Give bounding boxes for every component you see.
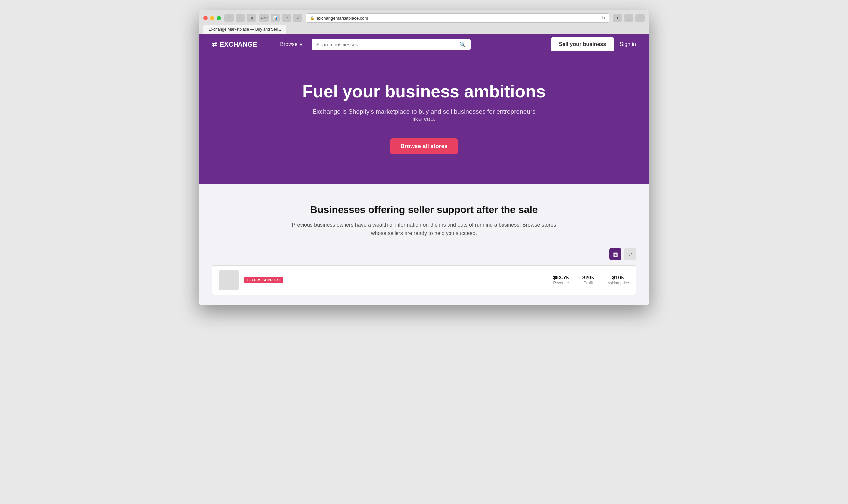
minimize-window-button[interactable] bbox=[210, 16, 214, 20]
sidebar-icon[interactable]: ⊡ bbox=[624, 14, 633, 21]
sell-button-label: Sell your business bbox=[559, 41, 606, 47]
stats-icon[interactable]: 📊 bbox=[271, 14, 280, 21]
new-tab-button[interactable]: + bbox=[635, 14, 644, 21]
active-tab[interactable]: Exchange Marketplace — Buy and Sell... bbox=[204, 25, 286, 34]
store-listing-preview: OFFERS SUPPORT $63.7k Revenue $20k Profi… bbox=[212, 265, 636, 295]
pocket-icon[interactable]: ✓ bbox=[293, 14, 302, 21]
browser-right-icons: ⬆ ⊡ + bbox=[613, 14, 644, 21]
view-toggle: ▦ ⤢ bbox=[212, 248, 636, 260]
logo[interactable]: ⇄ EXCHANGE bbox=[212, 41, 257, 48]
revenue-label: Revenue bbox=[553, 281, 569, 285]
search-bar: 🔍 bbox=[312, 39, 471, 50]
section-title: Businesses offering seller support after… bbox=[212, 204, 636, 215]
hero-subtitle: Exchange is Shopify's marketplace to buy… bbox=[308, 108, 540, 123]
nav-divider bbox=[268, 39, 268, 49]
browse-all-stores-button[interactable]: Browse all stores bbox=[390, 139, 458, 154]
section-subtitle: Previous business owners have a wealth o… bbox=[292, 220, 556, 237]
tab-label: Exchange Marketplace — Buy and Sell... bbox=[209, 27, 281, 32]
forward-button[interactable]: › bbox=[235, 14, 245, 21]
adblock-icon[interactable]: ABP bbox=[259, 14, 269, 21]
list-view-button[interactable]: ⤢ bbox=[624, 248, 636, 260]
offers-support-badge: OFFERS SUPPORT bbox=[244, 277, 283, 283]
list-icon: ⤢ bbox=[628, 251, 632, 257]
traffic-lights bbox=[204, 16, 221, 20]
extension-icon[interactable]: ⊙ bbox=[282, 14, 291, 21]
revenue-value: $63.7k bbox=[553, 275, 569, 281]
browse-button[interactable]: Browse ▾ bbox=[279, 39, 303, 50]
hero-title: Fuel your business ambitions bbox=[212, 82, 636, 101]
address-bar[interactable]: 🔒 exchangemarketplace.com ↻ bbox=[306, 13, 610, 22]
tab-bar: Exchange Marketplace — Buy and Sell... bbox=[204, 25, 644, 34]
store-thumbnail bbox=[219, 270, 239, 290]
profit-label: Profit bbox=[582, 281, 594, 285]
grid-icon: ▦ bbox=[613, 251, 618, 257]
share-icon[interactable]: ⬆ bbox=[613, 14, 622, 21]
asking-price-stat: $10k Asking price bbox=[607, 275, 629, 285]
refresh-icon[interactable]: ↻ bbox=[601, 15, 605, 20]
store-stats: $63.7k Revenue $20k Profit $10k Asking p… bbox=[553, 275, 629, 285]
search-input[interactable] bbox=[316, 42, 456, 47]
back-button[interactable]: ‹ bbox=[224, 14, 233, 21]
sign-in-button[interactable]: Sign in bbox=[620, 41, 636, 47]
profit-stat: $20k Profit bbox=[582, 275, 594, 285]
site-content: ⇄ EXCHANGE Browse ▾ 🔍 Sell your business… bbox=[199, 34, 649, 305]
maximize-window-button[interactable] bbox=[217, 16, 221, 20]
logo-icon: ⇄ bbox=[212, 41, 217, 48]
seller-support-section: Businesses offering seller support after… bbox=[199, 184, 649, 305]
browser-nav-buttons: ‹ › ⊞ bbox=[224, 14, 256, 21]
close-window-button[interactable] bbox=[204, 16, 208, 20]
tab-overview-button[interactable]: ⊞ bbox=[247, 14, 256, 21]
nav-right: Sell your business Sign in bbox=[550, 37, 636, 51]
asking-price-value: $10k bbox=[607, 275, 629, 281]
browse-dropdown-arrow-icon: ▾ bbox=[300, 41, 302, 48]
table-row[interactable]: OFFERS SUPPORT $63.7k Revenue $20k Profi… bbox=[212, 266, 636, 295]
profit-value: $20k bbox=[582, 275, 594, 281]
sign-in-label: Sign in bbox=[620, 41, 636, 47]
search-icon: 🔍 bbox=[459, 41, 466, 48]
grid-view-button[interactable]: ▦ bbox=[610, 248, 621, 260]
browse-stores-label: Browse all stores bbox=[401, 143, 447, 149]
asking-price-label: Asking price bbox=[607, 281, 629, 285]
logo-text: EXCHANGE bbox=[219, 41, 257, 48]
lock-icon: 🔒 bbox=[310, 16, 315, 20]
browse-label: Browse bbox=[280, 41, 298, 47]
browser-extension-icons: ABP 📊 ⊙ ✓ bbox=[259, 14, 302, 21]
navbar: ⇄ EXCHANGE Browse ▾ 🔍 Sell your business… bbox=[199, 34, 649, 55]
browser-chrome: ‹ › ⊞ ABP 📊 ⊙ ✓ 🔒 exchangemarketplace.co… bbox=[199, 10, 649, 34]
browser-window: ‹ › ⊞ ABP 📊 ⊙ ✓ 🔒 exchangemarketplace.co… bbox=[199, 10, 649, 305]
revenue-stat: $63.7k Revenue bbox=[553, 275, 569, 285]
url-text: exchangemarketplace.com bbox=[317, 16, 368, 20]
sell-your-business-button[interactable]: Sell your business bbox=[550, 37, 615, 51]
hero-section: Fuel your business ambitions Exchange is… bbox=[199, 55, 649, 184]
